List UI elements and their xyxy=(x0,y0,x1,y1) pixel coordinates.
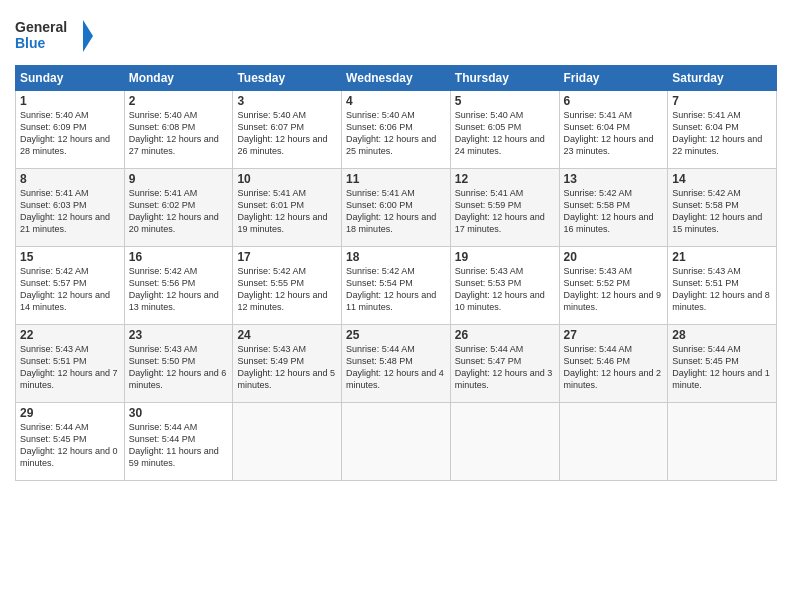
day-number: 4 xyxy=(346,94,446,108)
day-number: 21 xyxy=(672,250,772,264)
day-info: Sunrise: 5:41 AMSunset: 6:03 PMDaylight:… xyxy=(20,187,120,236)
day-info: Sunrise: 5:41 AMSunset: 6:02 PMDaylight:… xyxy=(129,187,229,236)
calendar-header-wednesday: Wednesday xyxy=(342,66,451,91)
day-number: 17 xyxy=(237,250,337,264)
day-number: 11 xyxy=(346,172,446,186)
calendar-cell: 4Sunrise: 5:40 AMSunset: 6:06 PMDaylight… xyxy=(342,91,451,169)
day-info: Sunrise: 5:43 AMSunset: 5:53 PMDaylight:… xyxy=(455,265,555,314)
day-info: Sunrise: 5:43 AMSunset: 5:52 PMDaylight:… xyxy=(564,265,664,314)
calendar-cell: 24Sunrise: 5:43 AMSunset: 5:49 PMDayligh… xyxy=(233,325,342,403)
page: General Blue SundayMondayTuesdayWednesda… xyxy=(0,0,792,612)
day-info: Sunrise: 5:43 AMSunset: 5:51 PMDaylight:… xyxy=(672,265,772,314)
day-info: Sunrise: 5:42 AMSunset: 5:58 PMDaylight:… xyxy=(672,187,772,236)
calendar-cell: 2Sunrise: 5:40 AMSunset: 6:08 PMDaylight… xyxy=(124,91,233,169)
day-number: 15 xyxy=(20,250,120,264)
day-info: Sunrise: 5:41 AMSunset: 6:04 PMDaylight:… xyxy=(564,109,664,158)
calendar-cell: 28Sunrise: 5:44 AMSunset: 5:45 PMDayligh… xyxy=(668,325,777,403)
day-number: 22 xyxy=(20,328,120,342)
day-number: 24 xyxy=(237,328,337,342)
header: General Blue xyxy=(15,10,777,59)
day-info: Sunrise: 5:41 AMSunset: 6:01 PMDaylight:… xyxy=(237,187,337,236)
day-info: Sunrise: 5:44 AMSunset: 5:45 PMDaylight:… xyxy=(672,343,772,392)
day-info: Sunrise: 5:42 AMSunset: 5:55 PMDaylight:… xyxy=(237,265,337,314)
day-info: Sunrise: 5:40 AMSunset: 6:08 PMDaylight:… xyxy=(129,109,229,158)
day-info: Sunrise: 5:41 AMSunset: 6:04 PMDaylight:… xyxy=(672,109,772,158)
svg-marker-2 xyxy=(83,20,93,52)
day-info: Sunrise: 5:44 AMSunset: 5:45 PMDaylight:… xyxy=(20,421,120,470)
generalblue-logo: General Blue xyxy=(15,14,95,59)
calendar-header-friday: Friday xyxy=(559,66,668,91)
calendar-week-row: 1Sunrise: 5:40 AMSunset: 6:09 PMDaylight… xyxy=(16,91,777,169)
calendar-cell xyxy=(450,403,559,481)
day-info: Sunrise: 5:44 AMSunset: 5:47 PMDaylight:… xyxy=(455,343,555,392)
day-number: 26 xyxy=(455,328,555,342)
calendar-cell: 27Sunrise: 5:44 AMSunset: 5:46 PMDayligh… xyxy=(559,325,668,403)
calendar-cell: 13Sunrise: 5:42 AMSunset: 5:58 PMDayligh… xyxy=(559,169,668,247)
day-info: Sunrise: 5:44 AMSunset: 5:44 PMDaylight:… xyxy=(129,421,229,470)
day-info: Sunrise: 5:44 AMSunset: 5:48 PMDaylight:… xyxy=(346,343,446,392)
day-info: Sunrise: 5:43 AMSunset: 5:49 PMDaylight:… xyxy=(237,343,337,392)
calendar-cell: 25Sunrise: 5:44 AMSunset: 5:48 PMDayligh… xyxy=(342,325,451,403)
day-info: Sunrise: 5:40 AMSunset: 6:09 PMDaylight:… xyxy=(20,109,120,158)
calendar-header-thursday: Thursday xyxy=(450,66,559,91)
calendar-cell: 17Sunrise: 5:42 AMSunset: 5:55 PMDayligh… xyxy=(233,247,342,325)
day-number: 5 xyxy=(455,94,555,108)
calendar-cell xyxy=(233,403,342,481)
day-number: 27 xyxy=(564,328,664,342)
calendar-week-row: 8Sunrise: 5:41 AMSunset: 6:03 PMDaylight… xyxy=(16,169,777,247)
day-number: 7 xyxy=(672,94,772,108)
day-info: Sunrise: 5:40 AMSunset: 6:05 PMDaylight:… xyxy=(455,109,555,158)
day-number: 23 xyxy=(129,328,229,342)
day-number: 6 xyxy=(564,94,664,108)
day-number: 12 xyxy=(455,172,555,186)
day-info: Sunrise: 5:43 AMSunset: 5:50 PMDaylight:… xyxy=(129,343,229,392)
calendar-cell: 1Sunrise: 5:40 AMSunset: 6:09 PMDaylight… xyxy=(16,91,125,169)
calendar-cell: 3Sunrise: 5:40 AMSunset: 6:07 PMDaylight… xyxy=(233,91,342,169)
calendar-cell: 29Sunrise: 5:44 AMSunset: 5:45 PMDayligh… xyxy=(16,403,125,481)
calendar-cell: 6Sunrise: 5:41 AMSunset: 6:04 PMDaylight… xyxy=(559,91,668,169)
calendar-header-saturday: Saturday xyxy=(668,66,777,91)
calendar-cell: 9Sunrise: 5:41 AMSunset: 6:02 PMDaylight… xyxy=(124,169,233,247)
day-number: 19 xyxy=(455,250,555,264)
calendar-cell: 15Sunrise: 5:42 AMSunset: 5:57 PMDayligh… xyxy=(16,247,125,325)
calendar-header-monday: Monday xyxy=(124,66,233,91)
calendar-cell: 11Sunrise: 5:41 AMSunset: 6:00 PMDayligh… xyxy=(342,169,451,247)
calendar-cell: 5Sunrise: 5:40 AMSunset: 6:05 PMDaylight… xyxy=(450,91,559,169)
calendar-cell: 10Sunrise: 5:41 AMSunset: 6:01 PMDayligh… xyxy=(233,169,342,247)
calendar-week-row: 29Sunrise: 5:44 AMSunset: 5:45 PMDayligh… xyxy=(16,403,777,481)
day-info: Sunrise: 5:42 AMSunset: 5:58 PMDaylight:… xyxy=(564,187,664,236)
calendar-cell: 18Sunrise: 5:42 AMSunset: 5:54 PMDayligh… xyxy=(342,247,451,325)
day-info: Sunrise: 5:42 AMSunset: 5:56 PMDaylight:… xyxy=(129,265,229,314)
svg-text:Blue: Blue xyxy=(15,35,46,51)
day-number: 2 xyxy=(129,94,229,108)
calendar-cell: 23Sunrise: 5:43 AMSunset: 5:50 PMDayligh… xyxy=(124,325,233,403)
day-info: Sunrise: 5:44 AMSunset: 5:46 PMDaylight:… xyxy=(564,343,664,392)
svg-text:General: General xyxy=(15,19,67,35)
day-number: 28 xyxy=(672,328,772,342)
calendar-cell: 22Sunrise: 5:43 AMSunset: 5:51 PMDayligh… xyxy=(16,325,125,403)
calendar-cell: 8Sunrise: 5:41 AMSunset: 6:03 PMDaylight… xyxy=(16,169,125,247)
calendar-cell: 26Sunrise: 5:44 AMSunset: 5:47 PMDayligh… xyxy=(450,325,559,403)
day-number: 16 xyxy=(129,250,229,264)
day-number: 18 xyxy=(346,250,446,264)
calendar-cell xyxy=(559,403,668,481)
day-info: Sunrise: 5:41 AMSunset: 5:59 PMDaylight:… xyxy=(455,187,555,236)
day-number: 9 xyxy=(129,172,229,186)
calendar-cell: 12Sunrise: 5:41 AMSunset: 5:59 PMDayligh… xyxy=(450,169,559,247)
calendar-cell xyxy=(668,403,777,481)
calendar-cell xyxy=(342,403,451,481)
day-number: 13 xyxy=(564,172,664,186)
day-info: Sunrise: 5:42 AMSunset: 5:57 PMDaylight:… xyxy=(20,265,120,314)
calendar-header-sunday: Sunday xyxy=(16,66,125,91)
calendar-header-row: SundayMondayTuesdayWednesdayThursdayFrid… xyxy=(16,66,777,91)
day-number: 29 xyxy=(20,406,120,420)
day-number: 1 xyxy=(20,94,120,108)
calendar-week-row: 22Sunrise: 5:43 AMSunset: 5:51 PMDayligh… xyxy=(16,325,777,403)
calendar-cell: 7Sunrise: 5:41 AMSunset: 6:04 PMDaylight… xyxy=(668,91,777,169)
day-number: 14 xyxy=(672,172,772,186)
calendar-week-row: 15Sunrise: 5:42 AMSunset: 5:57 PMDayligh… xyxy=(16,247,777,325)
calendar-table: SundayMondayTuesdayWednesdayThursdayFrid… xyxy=(15,65,777,481)
day-info: Sunrise: 5:40 AMSunset: 6:07 PMDaylight:… xyxy=(237,109,337,158)
day-info: Sunrise: 5:43 AMSunset: 5:51 PMDaylight:… xyxy=(20,343,120,392)
day-info: Sunrise: 5:41 AMSunset: 6:00 PMDaylight:… xyxy=(346,187,446,236)
